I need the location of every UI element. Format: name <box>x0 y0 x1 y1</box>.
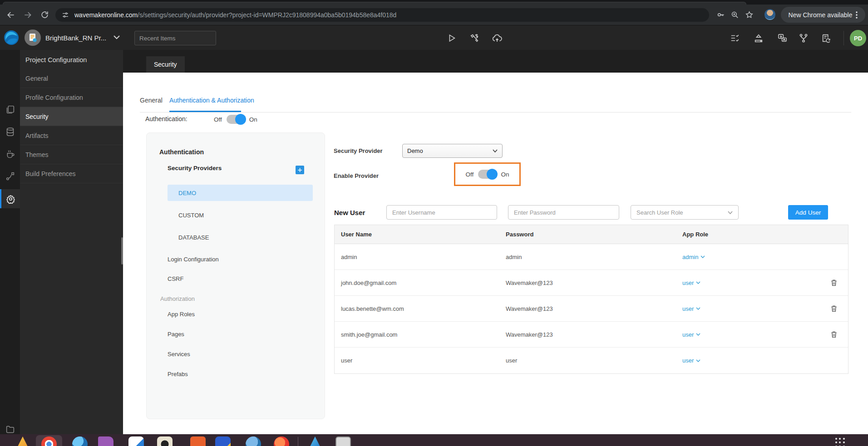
apis-icon[interactable] <box>0 167 20 186</box>
security-nav-panel: Authentication Security Providers + DEMO… <box>146 132 325 419</box>
authentication-toggle-track[interactable] <box>227 115 245 124</box>
wavemaker-logo[interactable] <box>4 30 19 45</box>
enable-provider-toggle-knob[interactable] <box>487 169 498 180</box>
column-header-password: Password <box>506 231 682 238</box>
run-preview-icon[interactable] <box>445 32 458 44</box>
dock-help-icon[interactable] <box>246 436 261 446</box>
dock-software-store-icon[interactable] <box>190 436 206 446</box>
app-toolbar: BrightBank_RN Pr... PD <box>0 25 868 50</box>
file-sync-icon[interactable] <box>820 32 833 44</box>
dock-files-icon[interactable] <box>98 436 113 446</box>
security-settings-content: General Authentication & Authorization A… <box>123 73 868 434</box>
provider-item-custom[interactable]: CUSTOM <box>168 207 313 223</box>
add-provider-icon[interactable]: + <box>296 166 304 174</box>
provider-item-demo[interactable]: DEMO <box>168 185 313 201</box>
sidebar-item-general[interactable]: General <box>20 69 123 88</box>
app-grid-icon[interactable] <box>835 438 845 446</box>
dock-writer-icon[interactable] <box>215 436 231 446</box>
screen: wavemakeronline.com/s/settings/security/… <box>0 0 868 446</box>
project-avatar[interactable] <box>25 29 41 46</box>
bookmark-star-icon[interactable] <box>744 9 755 20</box>
vcs-share-icon[interactable] <box>797 32 810 44</box>
role-dropdown[interactable]: user <box>682 305 700 312</box>
role-dropdown[interactable]: user <box>682 279 700 286</box>
dock-text-editor-icon[interactable] <box>128 436 144 446</box>
chevron-down-icon <box>696 307 700 310</box>
nav-item-services[interactable]: Services <box>168 351 190 358</box>
add-user-button[interactable]: Add User <box>788 205 828 220</box>
recent-items-input[interactable] <box>134 31 216 45</box>
browser-profile-avatar[interactable] <box>764 9 775 20</box>
username-input[interactable] <box>386 205 497 220</box>
dock-terminal-window-icon[interactable] <box>335 436 351 446</box>
build-tools-icon[interactable] <box>468 32 481 44</box>
cell-password: user <box>506 357 682 364</box>
security-provider-select[interactable]: Demo <box>402 144 503 158</box>
dock-firefox-icon[interactable] <box>274 436 289 446</box>
page-tab-security[interactable]: Security <box>146 56 185 73</box>
chrome-update-label: New Chrome available <box>789 11 853 19</box>
nav-item-prefabs[interactable]: Prefabs <box>168 371 188 377</box>
checklist-icon[interactable] <box>729 32 741 44</box>
export-icon[interactable] <box>752 32 765 44</box>
password-input[interactable] <box>508 205 619 220</box>
enable-provider-label: Enable Provider <box>334 172 379 179</box>
role-dropdown[interactable]: user <box>682 357 700 364</box>
settings-gear-icon[interactable] <box>0 189 20 208</box>
password-key-icon[interactable] <box>715 9 726 20</box>
dock-divider <box>298 437 298 446</box>
zoom-icon[interactable] <box>729 9 740 20</box>
translate-icon[interactable] <box>776 32 789 44</box>
column-header-user-name: User Name <box>335 231 506 238</box>
chevron-down-icon <box>696 359 700 362</box>
browser-toolbar: wavemakeronline.com/s/settings/security/… <box>0 5 868 25</box>
sidebar-item-profile-configuration[interactable]: Profile Configuration <box>20 88 123 107</box>
url-bar[interactable]: wavemakeronline.com/s/settings/security/… <box>55 8 709 22</box>
sidebar-item-security[interactable]: Security <box>20 107 123 126</box>
page-tab-strip: Security <box>123 50 868 73</box>
back-icon[interactable] <box>5 9 17 21</box>
enable-provider-toggle[interactable]: Off On <box>466 170 509 179</box>
user-role-select[interactable]: Search User Role <box>631 205 739 220</box>
java-services-icon[interactable] <box>0 144 20 163</box>
nav-item-app-roles[interactable]: App Roles <box>168 311 195 318</box>
select-chevron-icon <box>493 149 498 152</box>
sidebar-item-themes[interactable]: Themes <box>20 145 123 164</box>
site-settings-icon[interactable] <box>62 11 69 19</box>
nav-item-login-configuration[interactable]: Login Configuration <box>168 256 219 263</box>
cell-password: Wavemaker@123 <box>506 279 682 286</box>
role-dropdown[interactable]: user <box>682 331 700 338</box>
browser-menu-icon[interactable] <box>856 11 858 19</box>
authentication-section-header: Authentication <box>159 148 204 156</box>
chrome-update-button[interactable]: New Chrome available <box>781 7 865 23</box>
tab-general[interactable]: General <box>140 97 163 104</box>
project-switcher-chevron-icon[interactable] <box>113 35 120 39</box>
dock-prism-icon[interactable] <box>307 436 323 446</box>
cell-password: Wavemaker@123 <box>506 331 682 338</box>
delete-user-icon[interactable] <box>830 330 838 338</box>
provider-item-database[interactable]: DATABASE <box>168 229 313 245</box>
chevron-down-icon <box>696 333 700 336</box>
user-avatar[interactable]: PD <box>850 30 866 46</box>
enable-provider-toggle-track[interactable] <box>478 170 496 179</box>
dock-thunderbird-icon[interactable] <box>72 436 88 446</box>
tab-authentication-authorization[interactable]: Authentication & Authorization <box>169 97 254 104</box>
sidebar-item-artifacts[interactable]: Artifacts <box>20 126 123 145</box>
delete-user-icon[interactable] <box>830 304 838 313</box>
nav-item-pages[interactable]: Pages <box>168 331 184 338</box>
pages-icon[interactable] <box>0 100 20 119</box>
delete-user-icon[interactable] <box>830 279 838 287</box>
dock-distro-icon[interactable] <box>15 436 30 446</box>
authentication-toggle[interactable]: Off On <box>214 115 257 124</box>
nav-item-csrf[interactable]: CSRF <box>168 275 183 282</box>
database-icon[interactable] <box>0 122 20 141</box>
project-name[interactable]: BrightBank_RN Pr... <box>45 34 106 42</box>
role-dropdown[interactable]: admin <box>682 254 705 260</box>
enable-provider-highlight-box: Off On <box>454 162 521 186</box>
forward-icon[interactable] <box>22 9 34 21</box>
sidebar-item-build-preferences[interactable]: Build Preferences <box>20 164 123 183</box>
deploy-cloud-icon[interactable] <box>491 32 503 44</box>
reload-icon[interactable] <box>39 9 50 21</box>
authentication-toggle-knob[interactable] <box>235 114 246 125</box>
dock-screenshot-icon[interactable] <box>157 436 173 446</box>
